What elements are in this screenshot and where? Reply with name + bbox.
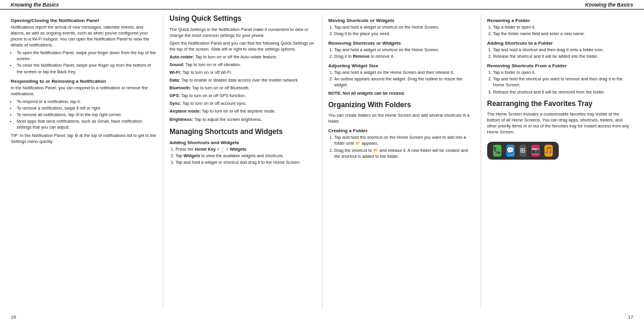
list-item: To remove a notification, swipe it left … [17, 105, 157, 111]
list-item: Drag the shortcut to 📂 and release it. A… [335, 148, 475, 160]
col1-section1-title: Opening/Closing the Notification Panel [11, 18, 157, 23]
app-icon: ⊞ [519, 145, 527, 157]
list-item: To open the Notification Panel, swipe yo… [17, 50, 157, 62]
list-item: Tap and hold the shortcut you want to re… [493, 76, 633, 88]
col3-s5-steps: Tap and hold the shortcut on the Home Sc… [335, 135, 475, 159]
col1-section1-bullets: To open the Notification Panel, swipe yo… [17, 50, 157, 74]
list-item: Press the Home Key > ⋮ > Widgets. [175, 147, 315, 152]
header-bar: Knowing the Basics Knowing the Basics [0, 0, 644, 10]
app-icon: 💬 [506, 145, 515, 157]
setting-item: Auto-rotate: Tap to turn on or off the A… [169, 54, 315, 60]
list-item: Tap and hold a widget on the Home Screen… [335, 70, 475, 76]
list-item: Tap and hold a shortcut and then drag it… [493, 47, 633, 53]
col3-s3-steps: Tap and hold a widget on the Home Screen… [335, 70, 475, 88]
col2-settings-list: Auto-rotate: Tap to turn on or off the A… [169, 54, 315, 123]
list-item: Most apps that send notifications, such … [17, 119, 157, 130]
list-item: Tap Widgets to view the available widget… [175, 153, 315, 159]
col4-s3-steps: Tap a folder to open it.Tap and hold the… [493, 70, 633, 95]
icon-bar: 📞💬⊞📷🎵 [487, 142, 559, 160]
col3-s3-title: Adjusting Widget Size [329, 63, 475, 68]
header-left: Knowing the Basics [11, 2, 59, 8]
setting-item: Bluetooth: Tap to turn on or off Bluetoo… [169, 85, 315, 91]
col1-section1-body: Notifications report the arrival of new … [11, 24, 157, 48]
col4-s1-steps: Tap a folder to open it.Tap the folder n… [493, 24, 633, 37]
col3-s5-title: Creating a Folder [329, 128, 475, 133]
col1-tip: TIP: In the Notification Panel, tap ⚙ at… [11, 133, 157, 145]
col4-s4-body: The Home Screen includes a customizable … [487, 111, 633, 135]
col-3: Moving Shortcuts or Widgets Tap and hold… [323, 14, 481, 308]
list-item: Tap and hold a widget or shortcut on the… [335, 47, 475, 53]
col2-section2-title: Managing Shortcuts and Widgets [169, 127, 315, 137]
list-item: An outline appears around the widget. Dr… [335, 76, 475, 88]
col-4: Renaming a Folder Tap a folder to open i… [481, 14, 633, 308]
col4-s2-steps: Tap and hold a shortcut and then drag it… [493, 47, 633, 60]
setting-item: Sync: Tap to turn on or off account sync… [169, 101, 315, 107]
col2-section2-sub: Adding Shortcuts and Widgets [169, 140, 315, 145]
list-item: Drag it to Remove to remove it. [335, 54, 475, 60]
col-2: Using Quick Settings The Quick Settings … [163, 14, 322, 308]
list-item: Tap and hold the shortcut on the Home Sc… [335, 135, 475, 147]
header-right: Knowing the Basics [585, 2, 633, 8]
list-item: Tap the folder name field and enter a ne… [493, 31, 633, 37]
setting-item: Sound: Tap to turn on or off vibration. [169, 62, 315, 68]
setting-item: Brightness: Tap to adjust the screen bri… [169, 117, 315, 123]
list-item: Drag it to the place you need. [335, 31, 475, 37]
app-icon: 🎵 [544, 145, 553, 157]
setting-item: GPS: Tap to turn on or off GPS function. [169, 93, 315, 99]
col3-s1-steps: Tap and hold a widget or shortcut on the… [335, 24, 475, 37]
col3-s2-steps: Tap and hold a widget or shortcut on the… [335, 47, 475, 60]
list-item: Release the shortcut and it will be adde… [493, 54, 633, 60]
list-item: Tap and hold a widget or shortcut on the… [335, 24, 475, 30]
col3-s1-title: Moving Shortcuts or Widgets [329, 18, 475, 23]
setting-item: Data: Tap to enable or disable data acce… [169, 77, 315, 83]
list-item: Tap a folder to open it. [493, 70, 633, 76]
page-wrapper: Knowing the Basics Knowing the Basics Op… [0, 0, 644, 321]
col4-s2-title: Adding Shortcuts to a Folder [487, 40, 633, 46]
list-item: Release the shortcut and it will be remo… [493, 89, 633, 95]
col1-section2-bullets: To respond to a notification, tap it. To… [17, 99, 157, 130]
list-item: To respond to a notification, tap it. [17, 99, 157, 105]
footer-right: 17 [628, 314, 633, 320]
col4-s3-title: Removing Shortcuts From a Folder [487, 63, 633, 68]
list-item: To remove all notifications, tap ☒ in th… [17, 112, 157, 118]
list-item: Tap and hold a widget or shortcut and dr… [175, 160, 315, 166]
col3-s2-title: Removing Shortcuts or Widgets [329, 40, 475, 46]
col2-section2-steps: Press the Home Key > ⋮ > Widgets.Tap Wid… [175, 147, 315, 166]
footer-left: 16 [11, 314, 16, 320]
col4-s4-title: Rearranging the Favorites Tray [487, 99, 633, 109]
list-item: Tap a folder to open it. [493, 24, 633, 30]
setting-item: Wi-Fi: Tap to turn on or off Wi-Fi. [169, 70, 315, 76]
col1-section2-title: Responding to or Removing a Notification [11, 79, 157, 84]
col1-section2-body: In the Notification Panel, you can respo… [11, 85, 157, 97]
content-area: Opening/Closing the Notification Panel N… [0, 10, 644, 313]
col3-s4-title: Organizing With Folders [329, 101, 475, 110]
col3-s4-body: You can create folders on the Home Scree… [329, 113, 475, 124]
list-item: To close the Notification Panel, swipe y… [17, 63, 157, 74]
col2-main-title: Using Quick Settings [169, 14, 315, 24]
col2-main-body: The Quick Settings in the Notification P… [169, 27, 315, 39]
col3-note: NOTE: Not all widgets can be resized. [329, 91, 475, 96]
setting-item: Airplane mode: Tap to turn on or off the… [169, 108, 315, 114]
col-1: Opening/Closing the Notification Panel N… [11, 14, 163, 308]
app-icon: 📷 [531, 145, 540, 157]
col2-main-body2: Open the Notification Panel and you can … [169, 40, 315, 52]
col4-s1-title: Renaming a Folder [487, 18, 633, 23]
footer-bar: 16 17 [0, 313, 644, 321]
app-icon: 📞 [493, 145, 501, 157]
